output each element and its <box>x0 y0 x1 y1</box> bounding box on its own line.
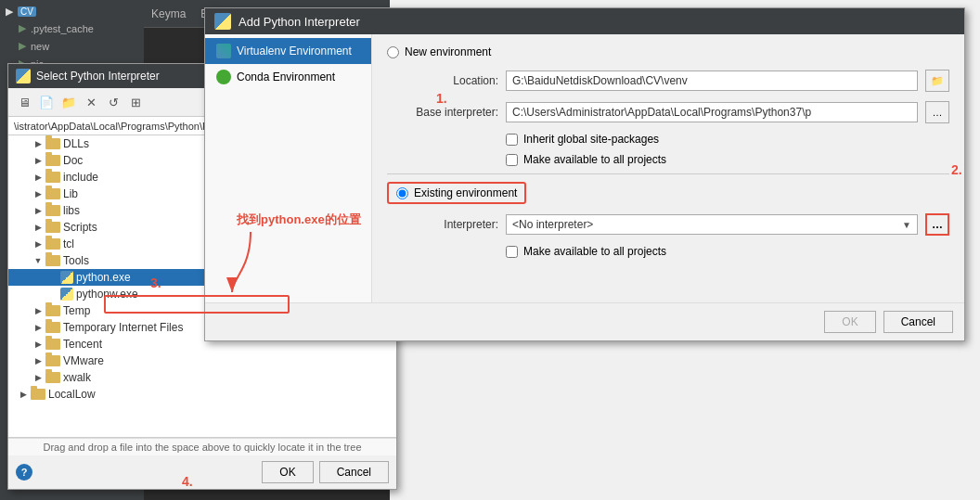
add-cancel-button[interactable]: Cancel <box>883 311 953 333</box>
tree-arrow: ▶ <box>31 306 45 315</box>
tree-arrow: ▶ <box>31 373 45 382</box>
tree-item-label-python-exe: python.exe <box>76 271 131 284</box>
ide-sidebar-item: ▶ CV <box>0 4 144 19</box>
tree-item-label: tcl <box>63 237 74 250</box>
folder-icon <box>45 339 60 350</box>
select-ok-button[interactable]: OK <box>262 461 313 483</box>
tree-item-label: libs <box>63 204 80 217</box>
toolbar-btn-1[interactable]: 🖥 <box>14 92 34 112</box>
make-available-checkbox-row-2: Make available to all projects <box>387 245 949 258</box>
add-ok-button[interactable]: OK <box>824 311 875 333</box>
folder-icon <box>45 322 60 333</box>
location-label: Location: <box>387 74 498 87</box>
tree-arrow: ▶ <box>31 356 45 365</box>
folder-icon <box>45 155 60 166</box>
existing-env-radio-box: Existing environment <box>387 182 526 204</box>
tree-item-label: Tools <box>63 254 89 267</box>
tree-arrow: ▶ <box>31 206 45 215</box>
folder-icon <box>31 389 45 400</box>
dropdown-arrow: ▼ <box>902 220 911 230</box>
folder-icon <box>45 205 60 216</box>
folder-icon <box>45 138 60 149</box>
tree-item-localow[interactable]: ▶ LocalLow <box>8 386 396 403</box>
add-dialog-sidebar: Virtualenv Environment Conda Environment <box>205 34 372 302</box>
sidebar-virtualenv[interactable]: Virtualenv Environment <box>205 38 371 64</box>
location-browse-btn[interactable]: 📁 <box>925 70 949 92</box>
existing-env-radio[interactable] <box>396 187 408 199</box>
inherit-checkbox[interactable] <box>506 134 518 146</box>
toolbar-btn-6[interactable]: ⊞ <box>125 92 146 112</box>
folder-icon <box>45 222 60 233</box>
tree-item-label-include: include <box>63 171 98 184</box>
tree-item-xwalk[interactable]: ▶ xwalk <box>8 369 396 386</box>
toolbar-btn-4[interactable]: ✕ <box>81 92 101 112</box>
select-dialog-title: Select Python Interpreter <box>36 70 160 83</box>
footer-buttons: OK Cancel <box>262 461 389 483</box>
tree-item-label: xwalk <box>63 371 91 384</box>
section-divider <box>387 173 949 174</box>
new-env-radio[interactable] <box>387 46 399 58</box>
folder-icon <box>45 372 60 383</box>
inherit-checkbox-row: Inherit global site-packages <box>387 133 949 146</box>
tree-arrow: ▶ <box>31 239 45 249</box>
tree-arrow: ▶ <box>31 189 45 199</box>
sidebar-conda-label: Conda Environment <box>237 71 335 83</box>
folder-icon <box>45 188 60 199</box>
tree-arrow: ▶ <box>31 139 45 148</box>
annotation-arrow-text: 找到python.exe的位置 <box>237 212 361 228</box>
toolbar-btn-3[interactable]: 📁 <box>58 92 79 112</box>
keymaps-label: Keyma <box>151 7 186 20</box>
sidebar-conda[interactable]: Conda Environment <box>205 64 371 90</box>
tree-item-label: LocalLow <box>48 388 96 401</box>
annotation-3: 3. <box>150 276 161 290</box>
titlebar-left: Select Python Interpreter <box>16 69 160 83</box>
tree-item-label: Temporary Internet Files <box>63 321 183 334</box>
base-interpreter-browse-btn[interactable]: … <box>925 101 949 123</box>
inherit-label: Inherit global site-packages <box>523 133 659 146</box>
tree-arrow: ▶ <box>31 156 45 165</box>
select-cancel-button[interactable]: Cancel <box>319 461 389 483</box>
add-dialog-titlebar: Add Python Interpreter <box>205 8 964 34</box>
location-input[interactable] <box>506 71 918 91</box>
toolbar-btn-2[interactable]: 📄 <box>36 92 57 112</box>
folder-icon <box>45 172 60 183</box>
tree-arrow: ▶ <box>31 323 45 332</box>
tree-arrow: ▶ <box>16 390 31 399</box>
python-title-icon <box>214 13 231 30</box>
base-interpreter-row: Base interpreter: … <box>387 101 949 123</box>
make-available-checkbox-row-1: Make available to all projects <box>387 153 949 166</box>
make-available-label-2: Make available to all projects <box>523 245 666 258</box>
interpreter-label: Interpreter: <box>387 218 498 231</box>
tree-item-label: VMware <box>63 354 104 367</box>
make-available-checkbox-2[interactable] <box>506 246 518 258</box>
drag-hint: Drag and drop a file into the space abov… <box>8 438 396 455</box>
new-env-radio-row: New environment <box>387 45 949 58</box>
folder-icon <box>45 355 60 366</box>
virtualenv-icon <box>216 44 231 58</box>
existing-env-label: Existing environment <box>414 186 517 199</box>
base-interpreter-input[interactable] <box>506 102 918 122</box>
make-available-label-1: Make available to all projects <box>523 153 666 166</box>
location-row: Location: 📁 <box>387 70 949 92</box>
select-dialog-footer: ? OK Cancel <box>8 455 396 489</box>
interpreter-dropdown[interactable]: <No interpreter> ▼ <box>506 214 918 235</box>
python-file-icon <box>60 271 73 284</box>
tree-item-label: Tencent <box>63 338 102 351</box>
tree-item-vmware[interactable]: ▶ VMware <box>8 353 396 369</box>
make-available-checkbox-1[interactable] <box>506 154 518 166</box>
annotation-1: 1. <box>436 91 447 106</box>
python-icon <box>16 69 31 83</box>
existing-env-section: Existing environment <box>387 182 949 204</box>
sidebar-virtualenv-label: Virtualenv Environment <box>237 45 352 58</box>
base-interpreter-label: Base interpreter: <box>387 106 498 119</box>
folder-icon <box>45 305 60 316</box>
toolbar-icons: 🖥 📄 📁 ✕ ↺ ⊞ <box>14 92 146 112</box>
interpreter-dots-btn[interactable]: … <box>925 213 949 236</box>
new-env-label: New environment <box>405 45 491 58</box>
add-python-dialog: Add Python Interpreter Virtualenv Enviro… <box>204 7 965 341</box>
help-icon[interactable]: ? <box>16 464 32 481</box>
tree-arrow: ▶ <box>31 340 45 349</box>
tree-item-label: DLLs <box>63 137 89 150</box>
ide-sidebar-item-pytest: ▶ .pytest_cache <box>0 19 144 37</box>
toolbar-btn-5[interactable]: ↺ <box>103 92 123 112</box>
